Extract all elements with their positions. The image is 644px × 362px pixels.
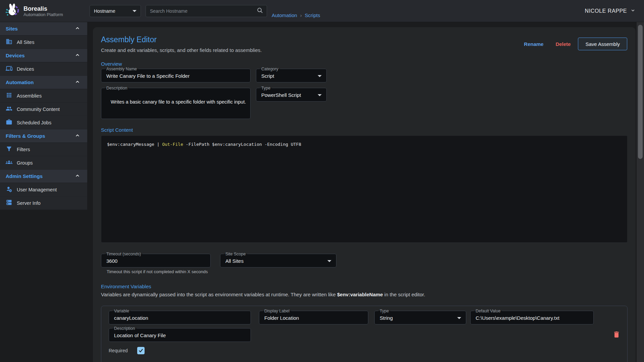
variable-name-field[interactable]: Variable canaryLocation xyxy=(109,311,251,324)
timeout-helper-text: Timeout this script if not completed wit… xyxy=(107,269,208,274)
script-code-editor[interactable]: $env:canaryMessage | Out-File -FilePath … xyxy=(101,135,628,243)
top-bar: Borealis Automation Platform Hostname Au… xyxy=(0,0,644,22)
sidebar-section-admin-settings[interactable]: Admin Settings xyxy=(0,170,87,183)
chevron-up-icon xyxy=(74,52,80,59)
script-content-section-label: Script Content xyxy=(101,127,133,133)
environment-variables-description: Variables are dynamically passed into th… xyxy=(101,292,425,297)
sidebar-section-devices[interactable]: Devices xyxy=(0,49,87,62)
field-label: Description xyxy=(112,326,137,331)
required-label: Required xyxy=(109,348,128,353)
user-menu[interactable]: NICOLE RAPPE xyxy=(585,0,636,22)
sidebar-item-server-info[interactable]: Server Info xyxy=(0,196,87,210)
sidebar-item-label: Assemblies xyxy=(17,93,42,99)
brand[interactable]: Borealis Automation Platform xyxy=(5,3,63,19)
dropdown-arrow-icon xyxy=(318,75,322,77)
field-label: Type xyxy=(260,85,272,91)
user-name: NICOLE RAPPE xyxy=(585,8,627,14)
assembly-editor-card: Assembly Editor Create and edit variable… xyxy=(93,27,636,362)
assembly-name-field[interactable]: Assembly Name Write Canary File to a Spe… xyxy=(101,69,251,82)
dropdown-arrow-icon xyxy=(327,260,331,262)
sidebar-item-label: All Sites xyxy=(17,40,34,45)
field-label: Variable xyxy=(112,308,131,314)
sidebar-item-groups[interactable]: Groups xyxy=(0,156,87,170)
field-value: Script xyxy=(261,73,274,78)
description-field[interactable]: Description Writes a basic canary file t… xyxy=(101,88,251,119)
default-value-field[interactable]: Default Value C:\Users\example\Desktop\C… xyxy=(470,311,594,324)
chevron-up-icon xyxy=(74,132,80,140)
sidebar-item-assemblies[interactable]: Assemblies xyxy=(0,89,87,103)
site-scope-select[interactable]: Site Scope All Sites xyxy=(220,254,336,267)
hostname-select[interactable]: Hostname xyxy=(90,5,141,17)
trash-icon xyxy=(612,335,621,340)
required-checkbox[interactable] xyxy=(137,347,145,354)
sidebar-item-label: Community Content xyxy=(17,107,60,112)
field-label: Display Label xyxy=(263,308,291,314)
breadcrumb: Automation › Scripts xyxy=(272,12,320,18)
rename-button[interactable]: Rename xyxy=(519,39,548,50)
chevron-up-icon xyxy=(74,173,80,180)
sidebar-item-label: Groups xyxy=(17,160,33,166)
variable-description-field[interactable]: Description Location of Canary File xyxy=(109,328,251,342)
variable-type-select[interactable]: Type String xyxy=(374,311,466,324)
search-icon xyxy=(257,7,263,15)
delete-variable-button[interactable] xyxy=(612,330,621,340)
sidebar-item-devices[interactable]: Devices xyxy=(0,62,87,76)
scrollbar-track[interactable] xyxy=(637,22,644,362)
search-input[interactable] xyxy=(150,8,257,14)
sidebar-section-filters-groups[interactable]: Filters & Groups xyxy=(0,129,87,143)
sidebar-item-label: User Management xyxy=(17,187,57,192)
chevron-up-icon xyxy=(74,79,80,86)
sidebar-item-community-content[interactable]: Community Content xyxy=(0,103,87,116)
field-value: All Sites xyxy=(225,258,244,263)
sidebar-section-sites[interactable]: Sites xyxy=(0,22,87,36)
type-select[interactable]: Type PowerShell Script xyxy=(256,88,327,102)
sidebar-item-all-sites[interactable]: All Sites xyxy=(0,36,87,49)
field-label: Default Value xyxy=(474,308,502,314)
field-value: Location of Canary File xyxy=(114,332,166,338)
field-value: Folder Location xyxy=(264,315,299,320)
chevron-down-icon xyxy=(132,10,137,12)
dropdown-arrow-icon xyxy=(318,94,322,96)
devices-icon xyxy=(6,65,12,73)
scrollbar-thumb[interactable] xyxy=(638,25,643,159)
field-value: PowerShell Script xyxy=(261,92,301,98)
sidebar-item-scheduled-jobs[interactable]: Scheduled Jobs xyxy=(0,116,87,129)
breadcrumb-separator: › xyxy=(300,13,302,18)
sidebar-item-filters[interactable]: Filters xyxy=(0,143,87,156)
sidebar-section-label: Admin Settings xyxy=(6,173,43,179)
brand-tagline: Automation Platform xyxy=(23,12,63,17)
category-select[interactable]: Category Script xyxy=(256,69,327,82)
field-value: Writes a basic canary file to a specific… xyxy=(111,98,247,106)
field-value: C:\Users\example\Desktop\Canary.txt xyxy=(476,315,559,320)
page-title: Assembly Editor xyxy=(101,35,157,44)
chevron-down-icon xyxy=(630,8,636,14)
breadcrumb-scripts[interactable]: Scripts xyxy=(305,12,320,18)
field-label: Type xyxy=(378,308,390,314)
environment-variable-row: Variable canaryLocation Display Label Fo… xyxy=(101,306,628,362)
sidebar-section-label: Filters & Groups xyxy=(6,133,45,139)
editor-actions: Rename Delete Save Assembly xyxy=(519,38,627,50)
sidebar-item-label: Scheduled Jobs xyxy=(17,120,51,125)
delete-button[interactable]: Delete xyxy=(551,39,575,50)
brand-name: Borealis xyxy=(23,5,63,12)
field-label: Timeout (seconds) xyxy=(105,251,143,257)
sidebar-item-label: Filters xyxy=(17,147,30,152)
field-label: Site Scope xyxy=(224,251,247,257)
server-icon xyxy=(6,199,12,207)
code-line: $env:canaryMessage | Out-File -FilePath … xyxy=(107,142,301,147)
save-assembly-button[interactable]: Save Assembly xyxy=(578,38,627,50)
breadcrumb-automation[interactable]: Automation xyxy=(272,12,297,18)
sidebar-item-user-management[interactable]: User Management xyxy=(0,183,87,196)
sidebar-section-label: Automation xyxy=(6,79,34,85)
field-value: 3600 xyxy=(106,258,117,263)
field-value: canaryLocation xyxy=(114,315,148,320)
powershell-cmdlet: Out-File xyxy=(162,142,183,147)
sidebar-section-automation[interactable]: Automation xyxy=(0,76,87,89)
sidebar-section-label: Devices xyxy=(6,53,25,58)
display-label-field[interactable]: Display Label Folder Location xyxy=(259,311,368,324)
sidebar-item-label: Devices xyxy=(17,66,34,72)
page-subtitle: Create and edit variables, scripts, and … xyxy=(101,47,262,53)
timeout-field[interactable]: Timeout (seconds) 3600 xyxy=(101,254,211,267)
apps-grid-icon xyxy=(6,92,12,100)
sidebar: Sites All Sites Devices Devices Automati… xyxy=(0,22,87,210)
